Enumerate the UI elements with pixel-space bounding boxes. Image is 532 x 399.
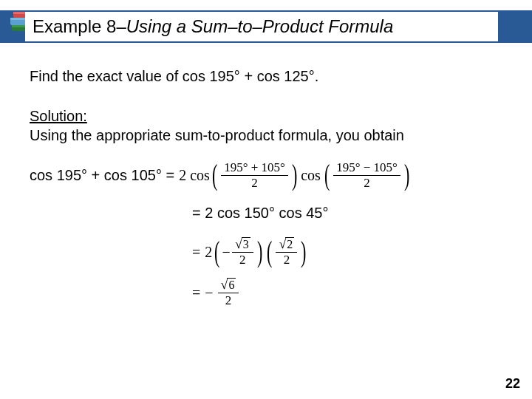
example-label: Example 8 bbox=[33, 16, 116, 37]
step3-frac2: √2 2 bbox=[276, 237, 297, 267]
solution-intro: Using the appropriate sum-to-product for… bbox=[30, 127, 404, 143]
step1-frac1-den: 2 bbox=[248, 176, 261, 190]
step4-frac: √6 2 bbox=[218, 278, 239, 307]
rparen-icon: ) bbox=[301, 239, 306, 265]
step4-eq: = bbox=[192, 283, 200, 302]
step3-coef: 2 bbox=[205, 242, 212, 262]
step3-frac1: √3 2 bbox=[232, 237, 253, 267]
lparen-icon: ( bbox=[214, 239, 219, 265]
step3-frac1-den: 2 bbox=[236, 253, 249, 267]
content-area: Find the exact value of cos 195° + cos 1… bbox=[30, 66, 502, 307]
equation-step-1: cos 195° + cos 105° = 2 cos ( 195° + 105… bbox=[30, 161, 502, 190]
step1-coef: 2 cos bbox=[179, 166, 210, 185]
step3-neg: − bbox=[222, 242, 231, 262]
step1-rhs: 2 cos ( 195° + 105° 2 ) cos ( 195° − 105… bbox=[179, 161, 412, 190]
equation-step-3: = 2 ( − √3 2 ) ( √2 2 ) bbox=[192, 237, 502, 267]
step1-mid: cos bbox=[301, 166, 321, 185]
step1-frac2-num: 195° − 105° bbox=[333, 161, 400, 176]
step1-frac1-num: 195° + 105° bbox=[221, 161, 288, 176]
step1-frac2-den: 2 bbox=[361, 176, 373, 190]
rparen-icon: ) bbox=[257, 239, 262, 265]
step3-frac1-num: √3 bbox=[232, 237, 253, 253]
step4-neg: − bbox=[205, 283, 213, 302]
page-number: 22 bbox=[505, 376, 520, 392]
title-separator: – bbox=[116, 16, 126, 37]
step3-frac2-num: √2 bbox=[276, 237, 297, 253]
solution-block: Solution: Using the appropriate sum-to-p… bbox=[30, 106, 502, 145]
step4-den: 2 bbox=[222, 293, 235, 307]
step1-lhs: cos 195° + cos 105° = bbox=[30, 166, 174, 185]
rparen-icon: ) bbox=[292, 162, 297, 188]
example-subtitle: Using a Sum–to–Product Formula bbox=[126, 16, 394, 37]
lparen-icon: ( bbox=[267, 239, 272, 265]
solution-label: Solution: bbox=[30, 108, 87, 124]
title-box: Example 8 – Using a Sum–to–Product Formu… bbox=[25, 12, 498, 41]
problem-statement: Find the exact value of cos 195° + cos 1… bbox=[30, 66, 502, 86]
equation-step-2: = 2 cos 150° cos 45° bbox=[192, 203, 502, 222]
lparen-icon: ( bbox=[324, 162, 330, 188]
step3-eq: = bbox=[192, 242, 200, 262]
lparen-icon: ( bbox=[212, 162, 217, 188]
step4-num: √6 bbox=[218, 278, 239, 293]
step3-frac2-den: 2 bbox=[281, 253, 293, 267]
step1-frac2: 195° − 105° 2 bbox=[333, 161, 400, 190]
rparen-icon: ) bbox=[404, 162, 409, 188]
equation-step-4: = − √6 2 bbox=[192, 278, 502, 307]
step1-frac1: 195° + 105° 2 bbox=[221, 161, 288, 190]
